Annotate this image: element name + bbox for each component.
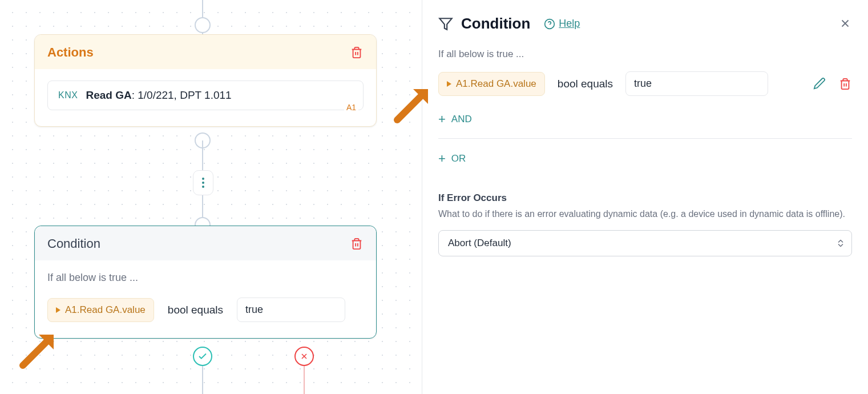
flow-node-top[interactable] [195,17,211,33]
play-triangle-icon [447,81,451,87]
flow-insert-menu[interactable] [193,170,213,195]
condition-sidebar: Condition Help If all below is true ... … [422,0,868,394]
condition-source-token[interactable]: A1.Read GA.value [438,72,545,96]
token-text: A1.Read GA.value [65,304,146,316]
actions-title: Actions [47,45,94,60]
action-row[interactable]: KNX Read GA: 1/0/221, DPT 1.011 A1 [47,81,364,110]
close-sidebar-button[interactable] [838,17,852,31]
condition-false-node[interactable] [294,347,314,366]
flow-canvas[interactable]: Actions KNX Read GA: 1/0/221, DPT 1.011 … [0,0,422,394]
error-action-select[interactable]: Abort (Default) [438,230,852,256]
flow-connector-line-false [304,365,305,394]
select-value: Abort (Default) [448,238,511,248]
check-icon [197,351,208,361]
help-circle-icon [544,18,555,30]
plus-icon: + [438,152,446,165]
token-text: A1.Read GA.value [456,78,536,90]
error-description: What to do if there is an error evaluati… [438,207,852,221]
condition-value-input[interactable] [237,297,345,322]
select-chevrons-icon [838,240,843,247]
sidebar-condition-row: A1.Read GA.value bool equals [438,71,852,96]
condition-operator[interactable]: bool equals [558,78,613,90]
condition-source-token[interactable]: A1.Read GA.value [47,298,154,322]
delete-condition-row-button[interactable] [838,77,852,91]
sidebar-title: Condition [461,15,530,33]
svg-marker-4 [439,18,452,30]
pencil-icon [813,77,826,90]
condition-title: Condition [47,236,100,251]
and-label: AND [451,114,472,125]
delete-condition-button[interactable] [350,237,364,251]
action-text: Read GA: 1/0/221, DPT 1.011 [86,89,231,102]
trash-icon [350,238,363,250]
help-link[interactable]: Help [544,18,580,30]
or-label: OR [451,153,466,164]
flow-connector-line [202,365,203,394]
play-triangle-icon [56,307,60,313]
edit-condition-button[interactable] [813,77,826,90]
condition-true-node[interactable] [193,347,212,366]
action-id-badge: A1 [344,103,358,112]
error-heading: If Error Occurs [438,192,852,204]
condition-card[interactable]: Condition If all below is true ... A1.Re… [34,226,377,339]
actions-header: Actions [35,35,376,69]
error-handling-section: If Error Occurs What to do if there is a… [438,192,852,256]
vertical-dots-icon [202,178,204,188]
add-and-condition[interactable]: + AND [438,108,852,130]
help-label: Help [559,18,580,30]
condition-value-input[interactable] [625,71,768,96]
trash-icon [350,46,363,59]
sidebar-header: Condition Help [438,15,852,33]
x-icon [300,352,309,361]
action-protocol-label: KNX [58,90,78,100]
condition-operator[interactable]: bool equals [168,304,223,316]
sidebar-subtext: If all below is true ... [438,49,852,60]
condition-header: Condition [35,226,376,260]
actions-card[interactable]: Actions KNX Read GA: 1/0/221, DPT 1.011 … [34,34,377,127]
delete-actions-button[interactable] [350,46,364,59]
add-or-condition[interactable]: + OR [438,148,852,170]
plus-icon: + [438,113,446,126]
x-icon [839,17,851,30]
divider [438,138,852,139]
funnel-icon [438,17,453,31]
condition-row: A1.Read GA.value bool equals [47,297,364,322]
condition-subtext: If all below is true ... [47,272,364,284]
trash-icon [839,78,851,90]
